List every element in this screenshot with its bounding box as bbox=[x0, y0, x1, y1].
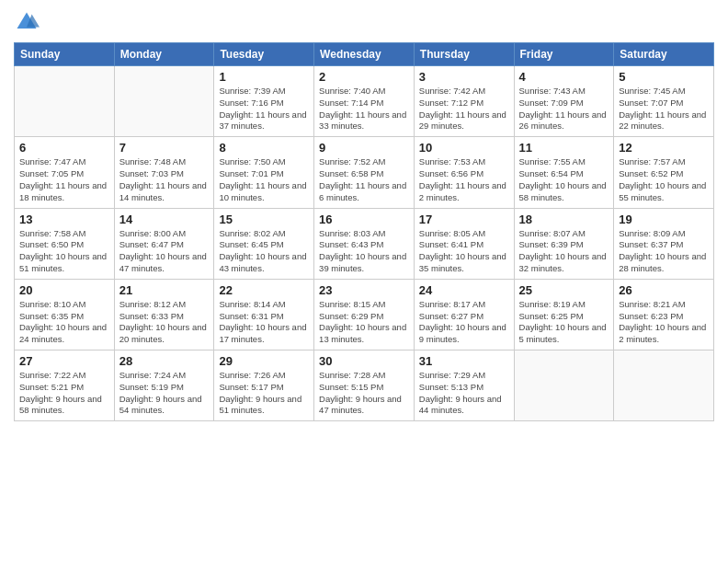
calendar-cell: 13Sunrise: 7:58 AM Sunset: 6:50 PM Dayli… bbox=[15, 208, 115, 279]
day-number: 30 bbox=[319, 354, 409, 368]
day-number: 10 bbox=[419, 141, 509, 155]
calendar-week-row: 27Sunrise: 7:22 AM Sunset: 5:21 PM Dayli… bbox=[15, 350, 714, 421]
day-info: Sunrise: 8:15 AM Sunset: 6:29 PM Dayligh… bbox=[319, 299, 409, 346]
day-number: 17 bbox=[419, 213, 509, 226]
header bbox=[14, 9, 714, 35]
day-info: Sunrise: 7:58 AM Sunset: 6:50 PM Dayligh… bbox=[19, 228, 109, 275]
day-number: 26 bbox=[619, 283, 709, 297]
day-info: Sunrise: 7:42 AM Sunset: 7:12 PM Dayligh… bbox=[419, 86, 509, 132]
day-number: 25 bbox=[519, 283, 609, 297]
day-number: 6 bbox=[19, 141, 109, 155]
day-number: 16 bbox=[319, 213, 409, 226]
day-number: 21 bbox=[119, 283, 210, 297]
day-info: Sunrise: 8:05 AM Sunset: 6:41 PM Dayligh… bbox=[419, 228, 509, 275]
calendar-week-row: 20Sunrise: 8:10 AM Sunset: 6:35 PM Dayli… bbox=[15, 279, 714, 350]
calendar-cell bbox=[614, 350, 714, 421]
calendar-header-friday: Friday bbox=[514, 43, 614, 66]
day-info: Sunrise: 7:28 AM Sunset: 5:15 PM Dayligh… bbox=[319, 370, 409, 417]
calendar-week-row: 13Sunrise: 7:58 AM Sunset: 6:50 PM Dayli… bbox=[15, 208, 714, 279]
day-info: Sunrise: 8:00 AM Sunset: 6:47 PM Dayligh… bbox=[119, 228, 210, 275]
day-number: 3 bbox=[419, 70, 509, 84]
day-info: Sunrise: 8:19 AM Sunset: 6:25 PM Dayligh… bbox=[519, 299, 609, 346]
day-number: 5 bbox=[619, 70, 709, 84]
calendar-cell: 4Sunrise: 7:43 AM Sunset: 7:09 PM Daylig… bbox=[514, 66, 614, 137]
calendar-cell: 2Sunrise: 7:40 AM Sunset: 7:14 PM Daylig… bbox=[314, 66, 415, 137]
calendar-header-thursday: Thursday bbox=[414, 43, 514, 66]
calendar-cell: 29Sunrise: 7:26 AM Sunset: 5:17 PM Dayli… bbox=[214, 350, 314, 421]
day-number: 31 bbox=[419, 354, 509, 368]
day-info: Sunrise: 8:02 AM Sunset: 6:45 PM Dayligh… bbox=[219, 228, 309, 275]
day-info: Sunrise: 7:29 AM Sunset: 5:13 PM Dayligh… bbox=[419, 370, 509, 417]
day-info: Sunrise: 7:45 AM Sunset: 7:07 PM Dayligh… bbox=[619, 86, 709, 132]
day-info: Sunrise: 8:07 AM Sunset: 6:39 PM Dayligh… bbox=[519, 228, 609, 275]
logo-icon bbox=[14, 9, 40, 35]
calendar-cell: 31Sunrise: 7:29 AM Sunset: 5:13 PM Dayli… bbox=[414, 350, 514, 421]
calendar-cell: 20Sunrise: 8:10 AM Sunset: 6:35 PM Dayli… bbox=[15, 279, 115, 350]
calendar-header-row: SundayMondayTuesdayWednesdayThursdayFrid… bbox=[15, 43, 714, 66]
calendar-cell: 19Sunrise: 8:09 AM Sunset: 6:37 PM Dayli… bbox=[614, 208, 714, 279]
calendar-cell bbox=[114, 66, 214, 137]
calendar-header-tuesday: Tuesday bbox=[214, 43, 314, 66]
calendar-cell: 11Sunrise: 7:55 AM Sunset: 6:54 PM Dayli… bbox=[514, 137, 614, 208]
day-number: 1 bbox=[219, 70, 309, 84]
day-number: 19 bbox=[619, 213, 709, 226]
day-number: 7 bbox=[119, 141, 210, 155]
calendar-cell bbox=[15, 66, 115, 137]
calendar-week-row: 6Sunrise: 7:47 AM Sunset: 7:05 PM Daylig… bbox=[15, 137, 714, 208]
calendar-cell: 22Sunrise: 8:14 AM Sunset: 6:31 PM Dayli… bbox=[214, 279, 314, 350]
day-info: Sunrise: 7:50 AM Sunset: 7:01 PM Dayligh… bbox=[219, 156, 309, 203]
day-info: Sunrise: 7:39 AM Sunset: 7:16 PM Dayligh… bbox=[219, 86, 309, 132]
calendar-cell: 9Sunrise: 7:52 AM Sunset: 6:58 PM Daylig… bbox=[314, 137, 415, 208]
day-info: Sunrise: 8:21 AM Sunset: 6:23 PM Dayligh… bbox=[619, 299, 709, 346]
day-number: 14 bbox=[119, 213, 210, 226]
day-info: Sunrise: 8:10 AM Sunset: 6:35 PM Dayligh… bbox=[19, 299, 109, 346]
calendar-cell: 8Sunrise: 7:50 AM Sunset: 7:01 PM Daylig… bbox=[214, 137, 314, 208]
day-number: 12 bbox=[619, 141, 709, 155]
calendar-cell: 21Sunrise: 8:12 AM Sunset: 6:33 PM Dayli… bbox=[114, 279, 214, 350]
calendar-cell: 15Sunrise: 8:02 AM Sunset: 6:45 PM Dayli… bbox=[214, 208, 314, 279]
day-number: 18 bbox=[519, 213, 609, 226]
day-number: 29 bbox=[219, 354, 309, 368]
day-number: 9 bbox=[319, 141, 409, 155]
calendar-header-monday: Monday bbox=[114, 43, 214, 66]
calendar-cell: 7Sunrise: 7:48 AM Sunset: 7:03 PM Daylig… bbox=[114, 137, 214, 208]
calendar-header-wednesday: Wednesday bbox=[314, 43, 415, 66]
day-info: Sunrise: 7:55 AM Sunset: 6:54 PM Dayligh… bbox=[519, 156, 609, 203]
day-info: Sunrise: 8:09 AM Sunset: 6:37 PM Dayligh… bbox=[619, 228, 709, 275]
day-number: 4 bbox=[519, 70, 609, 84]
calendar-header-sunday: Sunday bbox=[15, 43, 115, 66]
calendar-cell: 27Sunrise: 7:22 AM Sunset: 5:21 PM Dayli… bbox=[15, 350, 115, 421]
day-number: 28 bbox=[119, 354, 210, 368]
day-number: 23 bbox=[319, 283, 409, 297]
day-info: Sunrise: 8:17 AM Sunset: 6:27 PM Dayligh… bbox=[419, 299, 509, 346]
day-number: 27 bbox=[19, 354, 109, 368]
day-number: 13 bbox=[19, 213, 109, 226]
day-info: Sunrise: 8:12 AM Sunset: 6:33 PM Dayligh… bbox=[119, 299, 210, 346]
day-number: 2 bbox=[319, 70, 409, 84]
day-info: Sunrise: 7:47 AM Sunset: 7:05 PM Dayligh… bbox=[19, 156, 109, 203]
calendar-cell: 26Sunrise: 8:21 AM Sunset: 6:23 PM Dayli… bbox=[614, 279, 714, 350]
day-info: Sunrise: 7:53 AM Sunset: 6:56 PM Dayligh… bbox=[419, 156, 509, 203]
day-number: 15 bbox=[219, 213, 309, 226]
calendar-cell: 6Sunrise: 7:47 AM Sunset: 7:05 PM Daylig… bbox=[15, 137, 115, 208]
day-info: Sunrise: 7:24 AM Sunset: 5:19 PM Dayligh… bbox=[119, 370, 210, 417]
day-number: 22 bbox=[219, 283, 309, 297]
logo bbox=[14, 9, 43, 35]
calendar-header-saturday: Saturday bbox=[614, 43, 714, 66]
calendar-cell: 24Sunrise: 8:17 AM Sunset: 6:27 PM Dayli… bbox=[414, 279, 514, 350]
day-info: Sunrise: 8:03 AM Sunset: 6:43 PM Dayligh… bbox=[319, 228, 409, 275]
day-info: Sunrise: 8:14 AM Sunset: 6:31 PM Dayligh… bbox=[219, 299, 309, 346]
day-number: 24 bbox=[419, 283, 509, 297]
day-info: Sunrise: 7:26 AM Sunset: 5:17 PM Dayligh… bbox=[219, 370, 309, 417]
calendar-cell: 30Sunrise: 7:28 AM Sunset: 5:15 PM Dayli… bbox=[314, 350, 415, 421]
page: SundayMondayTuesdayWednesdayThursdayFrid… bbox=[0, 0, 728, 563]
day-info: Sunrise: 7:43 AM Sunset: 7:09 PM Dayligh… bbox=[519, 86, 609, 132]
day-number: 8 bbox=[219, 141, 309, 155]
calendar-cell: 17Sunrise: 8:05 AM Sunset: 6:41 PM Dayli… bbox=[414, 208, 514, 279]
calendar-cell: 3Sunrise: 7:42 AM Sunset: 7:12 PM Daylig… bbox=[414, 66, 514, 137]
calendar-cell: 18Sunrise: 8:07 AM Sunset: 6:39 PM Dayli… bbox=[514, 208, 614, 279]
calendar: SundayMondayTuesdayWednesdayThursdayFrid… bbox=[14, 42, 714, 421]
day-info: Sunrise: 7:52 AM Sunset: 6:58 PM Dayligh… bbox=[319, 156, 409, 203]
day-info: Sunrise: 7:22 AM Sunset: 5:21 PM Dayligh… bbox=[19, 370, 109, 417]
day-info: Sunrise: 7:57 AM Sunset: 6:52 PM Dayligh… bbox=[619, 156, 709, 203]
